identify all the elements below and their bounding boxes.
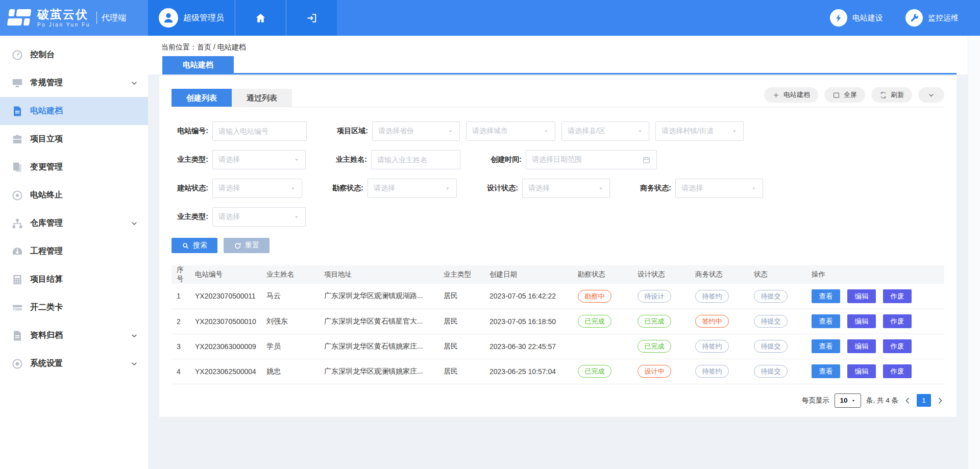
- void-action-button[interactable]: 作废: [883, 289, 912, 303]
- cell-status: 待提交: [751, 334, 808, 359]
- page-number-1[interactable]: 1: [917, 394, 931, 407]
- filter-build-status: 建站状态:请选择: [172, 179, 302, 198]
- card-icon: [11, 302, 23, 314]
- filter-row: 建站状态:请选择勘察状态:请选择设计状态:请选择商务状态:请选择: [172, 179, 944, 198]
- avatar: [159, 8, 178, 28]
- per-page-select[interactable]: 10: [835, 393, 861, 408]
- sidebar-item-console[interactable]: 控制台: [0, 41, 148, 69]
- view-action-button[interactable]: 查看: [812, 314, 840, 328]
- sidebar-item-project-settlement[interactable]: 项目结算: [0, 265, 148, 293]
- survey-status-select[interactable]: 请选择: [368, 179, 457, 198]
- sidebar-item-data-archive[interactable]: 资料归档: [0, 322, 148, 350]
- sidebar-item-warehouse-mgmt[interactable]: 仓库管理: [0, 209, 148, 237]
- edit-action-button[interactable]: 编辑: [847, 339, 876, 353]
- filter-label: 设计状态:: [481, 184, 518, 193]
- records-table: 序号电站编号业主姓名项目地址业主类型创建日期勘察状态设计状态商务状态状态操作 1…: [172, 265, 944, 384]
- filter-label: 业主类型:: [172, 212, 208, 221]
- sidebar-item-label: 仓库管理: [30, 218, 63, 229]
- edit-action-button[interactable]: 编辑: [847, 289, 876, 303]
- page-tab-station-archive[interactable]: 电站建档: [162, 56, 234, 73]
- tab-passed-list[interactable]: 通过列表: [232, 89, 292, 107]
- cell-code: YX2023070500010: [192, 309, 263, 334]
- sidebar-item-system-settings[interactable]: 系统设置: [0, 350, 148, 378]
- filter-owner-type: 业主类型:请选择: [172, 150, 306, 169]
- view-action-button[interactable]: 查看: [812, 364, 840, 378]
- prev-page-button[interactable]: [903, 397, 912, 405]
- reset-button[interactable]: 重置: [224, 238, 270, 253]
- more-button[interactable]: [918, 87, 944, 103]
- top-nav-monitor-ops[interactable]: 监控运维: [905, 9, 959, 27]
- owner-name-input[interactable]: [371, 150, 460, 169]
- sidebar-item-general-mgmt[interactable]: 常规管理: [0, 69, 148, 97]
- calendar-icon: [642, 156, 651, 164]
- filter-region-county: 请选择县/区: [561, 121, 649, 141]
- select-caret-icon: [543, 128, 549, 134]
- cell-design-status: 已完成: [634, 309, 692, 334]
- view-action-button[interactable]: 查看: [812, 289, 840, 303]
- cell-status: 待提交: [751, 359, 808, 384]
- filter-row: 业主类型:请选择业主姓名:创建时间:请选择日期范围: [172, 150, 944, 169]
- filter-owner-name: 业主姓名:: [330, 150, 460, 169]
- search-button[interactable]: 搜索: [172, 238, 217, 253]
- design-status-select[interactable]: 请选择: [522, 179, 610, 198]
- build-status-select[interactable]: 请选择: [212, 179, 302, 198]
- status-badge: 已完成: [638, 340, 671, 353]
- region-province-select[interactable]: 请选择省份: [372, 121, 460, 141]
- content: 创建列表通过列表 电站建档全屏刷新 电站编号:项目区域:请选择省份请选择城市请选…: [148, 75, 980, 417]
- view-action-button[interactable]: 查看: [812, 339, 840, 353]
- tab-create-list[interactable]: 创建列表: [172, 89, 232, 107]
- top-nav-station-build[interactable]: 电站建设: [830, 9, 883, 27]
- cell-survey-status: 已完成: [575, 359, 634, 384]
- owner-type-select[interactable]: 请选择: [212, 150, 306, 169]
- cell-code: YX2023062500004: [192, 359, 263, 384]
- region-county-select[interactable]: 请选择县/区: [561, 121, 649, 141]
- button-label: 电站建档: [783, 90, 810, 100]
- cell-actions: 查看编辑作废: [808, 334, 944, 359]
- table-row: 4YX2023062500004姚忠广东深圳龙华区观澜镇姚家庄...居民2023…: [172, 359, 944, 384]
- filter-form: 电站编号:项目区域:请选择省份请选择城市请选择县/区请选择村镇/街道业主类型:请…: [172, 107, 944, 227]
- sidebar-item-engineering-mgmt[interactable]: 工程管理: [0, 237, 148, 265]
- placeholder-text: 请选择县/区: [568, 127, 634, 136]
- home-button[interactable]: [235, 0, 286, 36]
- sidebar-item-label: 控制台: [30, 50, 55, 60]
- sidebar-item-station-termination[interactable]: 电站终止: [0, 181, 148, 209]
- next-page-button[interactable]: [936, 397, 944, 405]
- filter-label: 业主姓名:: [330, 155, 367, 164]
- void-action-button[interactable]: 作废: [883, 314, 912, 328]
- breadcrumb: 当前位置：首页 / 电站建档: [148, 36, 980, 56]
- sidebar-item-project-initiation[interactable]: 项目立项: [0, 125, 148, 153]
- void-action-button[interactable]: 作废: [883, 339, 912, 353]
- scrollbar-track[interactable]: [968, 36, 980, 469]
- logout-button[interactable]: [286, 0, 337, 36]
- wrench-icon-circle: [905, 9, 923, 27]
- placeholder-text: 请选择: [218, 184, 287, 193]
- edit-action-button[interactable]: 编辑: [847, 314, 876, 328]
- cell-code: YX2023070500011: [192, 284, 263, 309]
- fullscreen-button[interactable]: 全屏: [824, 87, 865, 103]
- owner-type-2-select[interactable]: 请选择: [212, 207, 306, 227]
- chevron-down-icon: [131, 332, 138, 339]
- sidebar-item-label: 项目结算: [30, 274, 63, 285]
- sidebar-item-second-class-card[interactable]: 开二类卡: [0, 293, 148, 322]
- sidebar-item-station-archive[interactable]: 电站建档: [0, 97, 148, 125]
- create-time-date-input[interactable]: 请选择日期范围: [526, 150, 657, 169]
- per-page-label: 每页显示: [802, 396, 829, 405]
- region-town-select[interactable]: 请选择村镇/街道: [655, 121, 744, 141]
- select-caret-icon: [290, 185, 296, 191]
- placeholder-text: 请选择村镇/街道: [662, 127, 728, 136]
- void-action-button[interactable]: 作废: [883, 364, 912, 378]
- sidebar-item-change-mgmt[interactable]: 变更管理: [0, 153, 148, 181]
- edit-action-button[interactable]: 编辑: [847, 364, 876, 378]
- select-caret-icon: [445, 185, 451, 191]
- refresh-button[interactable]: 刷新: [871, 87, 912, 103]
- status-badge: 待签约: [695, 290, 729, 303]
- placeholder-text: 请选择: [528, 184, 595, 193]
- create-archive-button[interactable]: 电站建档: [764, 87, 818, 103]
- region-city-select[interactable]: 请选择城市: [466, 121, 555, 141]
- calculator-icon: [11, 274, 23, 286]
- business-status-select[interactable]: 请选择: [675, 179, 763, 198]
- user-menu[interactable]: 超级管理员: [148, 0, 235, 36]
- column-header: 创建日期: [486, 265, 575, 284]
- toolbar: 电站建档全屏刷新: [764, 87, 944, 103]
- station-code-input[interactable]: [212, 121, 307, 141]
